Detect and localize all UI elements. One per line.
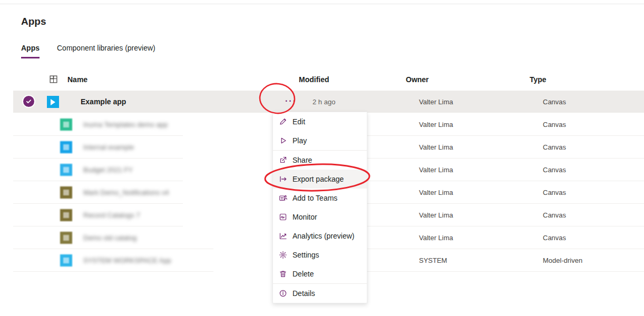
menu-item-play[interactable]: Play [273,131,367,150]
tab-component-libraries[interactable]: Component libraries (preview) [57,44,155,58]
menu-item-label: Edit [292,117,305,126]
menu-item-analytics[interactable]: Analytics (preview) [273,226,367,245]
app-name-redacted: Budget 2021 FY [83,166,133,174]
type-cell: Canvas [543,234,566,242]
tab-bar: Apps Component libraries (preview) [21,44,155,58]
row-divider [13,226,183,226]
row-selected-check-icon[interactable] [23,96,34,107]
app-name-redacted: Inuma Templates demo app [83,121,168,129]
row-divider [13,249,213,249]
menu-item-label: Settings [292,251,319,259]
menu-item-export-package[interactable]: Export package [273,170,367,189]
owner-cell: Valter Lima [419,121,453,129]
app-icon [60,164,72,176]
row-divider [13,271,213,272]
row-divider [367,226,644,226]
row-divider [367,271,644,272]
column-header-type[interactable]: Type [530,75,547,84]
row-divider [13,203,183,204]
app-name-redacted: Demo old catalog [83,234,136,242]
row-divider [367,181,644,181]
tab-apps[interactable]: Apps [21,44,40,58]
type-cell: Canvas [543,143,566,151]
app-name-redacted: Internal example [83,143,134,151]
row-divider [13,158,183,159]
menu-item-label: Delete [292,270,314,278]
column-header-modified[interactable]: Modified [299,75,329,84]
menu-item-delete[interactable]: Delete [273,264,367,283]
type-cell: Canvas [543,166,566,174]
row-divider [13,181,183,181]
owner-cell: Valter Lima [419,166,453,174]
menu-item-settings[interactable]: Settings [273,245,367,264]
grid-view-icon[interactable] [49,75,58,84]
type-cell: Canvas [543,211,566,219]
type-cell: Canvas [543,98,566,106]
app-name-redacted: Mark Demo_Notifications v4 [83,189,169,196]
monitor-icon [278,213,287,222]
menu-item-label: Details [292,289,315,298]
row-divider [367,158,644,159]
context-menu: Edit Play Share Export package Add to T [272,112,367,303]
menu-item-monitor[interactable]: Monitor [273,208,367,226]
app-icon [60,209,72,221]
menu-item-label: Play [292,136,307,145]
share-icon [278,156,287,165]
menu-item-share[interactable]: Share [273,151,367,170]
app-name: Example app [81,97,126,106]
menu-item-edit[interactable]: Edit [273,112,367,131]
pencil-icon [278,117,287,126]
top-divider [0,4,644,4]
app-icon [60,186,72,199]
column-header-name[interactable]: Name [67,75,87,84]
menu-item-label: Add to Teams [292,194,337,202]
column-header-owner[interactable]: Owner [406,75,429,84]
trash-icon [278,270,287,279]
table-header: Name Modified Owner Type [0,73,644,90]
app-name-redacted: Record Catalogs 7 [83,211,140,219]
modified-cell: 2 h ago [313,98,335,106]
owner-cell: Valter Lima [419,143,453,151]
menu-item-label: Export package [292,175,344,183]
menu-item-label: Analytics (preview) [292,232,354,240]
owner-cell: Valter Lima [419,211,453,219]
gear-icon [278,251,287,260]
row-divider [367,249,644,249]
table-row-example-app[interactable]: Example app ··· 2 h ago Valter Lima Canv… [13,91,644,113]
app-icon [60,141,72,153]
type-cell: Canvas [543,121,566,129]
row-divider [13,135,183,136]
row-divider [367,135,644,136]
type-cell: Canvas [543,189,566,196]
example-app-icon [47,96,59,108]
owner-cell: Valter Lima [419,234,453,242]
owner-cell: Valter Lima [419,189,453,196]
more-commands-button[interactable]: ··· [283,93,299,110]
menu-item-label: Share [292,156,312,164]
menu-item-details[interactable]: Details [273,284,367,303]
owner-cell: Valter Lima [419,98,453,106]
row-divider [367,203,644,204]
app-icon [60,232,72,244]
menu-item-label: Monitor [292,213,317,221]
type-cell: Model-driven [543,256,582,264]
export-icon [278,175,287,184]
page-title: Apps [21,16,46,27]
owner-cell: SYSTEM [419,256,447,264]
app-icon [60,118,72,131]
app-icon [60,254,72,266]
app-name-redacted: SYSTEM WORKSPACE App [83,256,171,264]
play-icon [278,136,287,145]
apps-page: Apps Apps Component libraries (preview) … [0,0,644,316]
menu-item-add-to-teams[interactable]: Add to Teams [273,189,367,208]
teams-icon [278,194,287,203]
analytics-icon [278,232,287,241]
info-icon [278,289,287,298]
